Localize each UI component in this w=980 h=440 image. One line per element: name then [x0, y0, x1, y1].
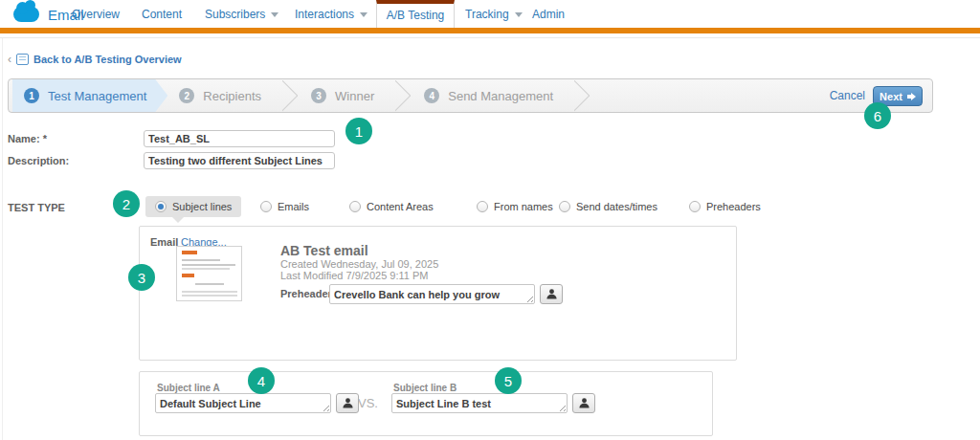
- step-label: Send Management: [448, 89, 553, 103]
- nav-tab-tracking[interactable]: Tracking: [465, 8, 523, 21]
- annotation-badge-6: 6: [864, 102, 891, 129]
- email-thumbnail: [176, 246, 242, 301]
- nav-tab-label: Interactions: [295, 8, 354, 21]
- nav-tab-ab-testing[interactable]: A/B Testing: [376, 0, 455, 28]
- radio-icon: [260, 201, 272, 212]
- nav-tab-content[interactable]: Content: [142, 8, 182, 21]
- name-label: Name: *: [8, 133, 47, 144]
- wizard-bar: 1 Test Management 2 Recipients 3 Winner …: [8, 78, 933, 113]
- radio-subject-lines[interactable]: Subject lines: [145, 196, 241, 217]
- back-chevron-icon: ‹: [8, 54, 11, 65]
- nav-tab-admin[interactable]: Admin: [532, 8, 565, 21]
- next-arrow-icon: [907, 93, 916, 100]
- subject-a-field-wrap: [155, 393, 331, 413]
- annotation-badge-4: 4: [248, 367, 275, 394]
- subject-lines-panel: Subject line A VS. Subject line B: [139, 371, 713, 436]
- annotation-badge-1: 1: [345, 118, 372, 144]
- annotation-badge-2: 2: [113, 190, 140, 217]
- subject-line-a-label: Subject line A: [157, 383, 220, 393]
- radio-emails[interactable]: Emails: [260, 196, 309, 217]
- personalization-button[interactable]: [572, 393, 595, 413]
- ab-testing-page: Email Overview Content Subscribers Inter…: [0, 0, 980, 440]
- radio-label: Subject lines: [172, 201, 232, 212]
- person-icon: [578, 397, 590, 409]
- subject-line-b-label: Subject line B: [393, 383, 457, 393]
- step-separator-chevron-icon: [574, 79, 590, 112]
- personalization-button[interactable]: [540, 284, 563, 304]
- radio-selected-icon: [155, 201, 167, 212]
- radio-label: From names: [494, 201, 553, 212]
- description-input[interactable]: [144, 152, 335, 169]
- radio-label: Preheaders: [706, 201, 761, 212]
- step-recipients[interactable]: 2 Recipients: [179, 88, 261, 103]
- list-icon: [16, 54, 29, 65]
- nav-tab-label: Content: [142, 8, 182, 21]
- divider: [0, 37, 980, 38]
- step-separator-chevron-icon: [282, 79, 298, 112]
- person-icon: [342, 397, 354, 409]
- email-title: AB Test email: [280, 243, 368, 258]
- annotation-badge-3: 3: [128, 264, 155, 291]
- radio-label: Content Areas: [367, 201, 434, 212]
- cancel-button[interactable]: Cancel: [830, 89, 865, 102]
- subject-line-b-input[interactable]: [391, 393, 568, 413]
- step-label: Test Management: [48, 89, 146, 103]
- preheader-label: Preheader: [280, 288, 332, 299]
- nav-tab-subscribers[interactable]: Subscribers: [205, 8, 278, 21]
- description-label: Description:: [8, 155, 69, 166]
- subject-line-a-input[interactable]: [155, 393, 331, 413]
- step-number-badge: 1: [24, 88, 39, 103]
- wizard-steps: 1 Test Management 2 Recipients 3 Winner …: [9, 79, 932, 112]
- chevron-down-icon: [515, 12, 523, 17]
- nav-tab-label: Overview: [72, 8, 120, 21]
- person-icon: [546, 288, 558, 300]
- test-type-label: TEST TYPE: [8, 202, 65, 213]
- nav-tab-overview[interactable]: Overview: [72, 8, 120, 21]
- step-send-management[interactable]: 4 Send Management: [424, 88, 553, 103]
- step-number-badge: 4: [424, 88, 439, 103]
- name-input[interactable]: [144, 130, 335, 147]
- step-label: Winner: [335, 89, 374, 103]
- step-number-badge: 3: [311, 88, 326, 103]
- nav-tab-label: Tracking: [465, 8, 509, 21]
- next-button-label: Next: [880, 91, 902, 102]
- radio-preheaders[interactable]: Preheaders: [689, 196, 761, 217]
- email-label: Email: [150, 236, 178, 248]
- annotation-badge-5: 5: [495, 367, 522, 394]
- personalization-button[interactable]: [336, 393, 359, 413]
- chevron-down-icon: [360, 12, 368, 17]
- radio-icon: [689, 201, 701, 212]
- radio-icon: [559, 201, 570, 212]
- salesforce-cloud-logo-icon: [13, 7, 39, 22]
- radio-content-areas[interactable]: Content Areas: [349, 196, 434, 217]
- breadcrumb: ‹ Back to A/B Testing Overview: [8, 53, 182, 66]
- radio-label: Emails: [278, 201, 309, 212]
- top-nav: Email Overview Content Subscribers Inter…: [0, 0, 980, 28]
- radio-icon: [477, 201, 488, 212]
- preheader-field-wrap: [329, 284, 535, 304]
- email-panel: Email Change... AB Test email Created We…: [139, 226, 737, 361]
- nav-tab-interactions[interactable]: Interactions: [295, 8, 368, 21]
- step-number-badge: 2: [179, 88, 194, 103]
- radio-icon: [349, 201, 361, 212]
- step-separator-chevron-icon: [395, 79, 411, 112]
- preheader-input[interactable]: [329, 284, 535, 304]
- chevron-down-icon: [271, 12, 278, 17]
- accent-bar: [0, 28, 980, 33]
- vs-label: VS.: [358, 396, 378, 410]
- nav-tab-label: Admin: [532, 8, 565, 21]
- nav-tab-label: Subscribers: [205, 8, 265, 21]
- email-created-text: Created Wednesday, Jul 09, 2025: [280, 258, 438, 270]
- radio-from-names[interactable]: From names: [477, 196, 553, 217]
- step-label: Recipients: [203, 89, 261, 103]
- radio-label: Send dates/times: [576, 201, 657, 212]
- subject-b-field-wrap: [391, 393, 568, 413]
- back-to-overview-link[interactable]: Back to A/B Testing Overview: [33, 54, 182, 65]
- email-modified-text: Last Modified 7/9/2025 9:11 PM: [280, 270, 429, 281]
- radio-send-dates-times[interactable]: Send dates/times: [559, 196, 657, 217]
- divider: [2, 38, 3, 440]
- nav-tab-label: A/B Testing: [387, 9, 444, 22]
- step-winner[interactable]: 3 Winner: [311, 88, 374, 103]
- step-test-management[interactable]: 1 Test Management: [12, 79, 167, 112]
